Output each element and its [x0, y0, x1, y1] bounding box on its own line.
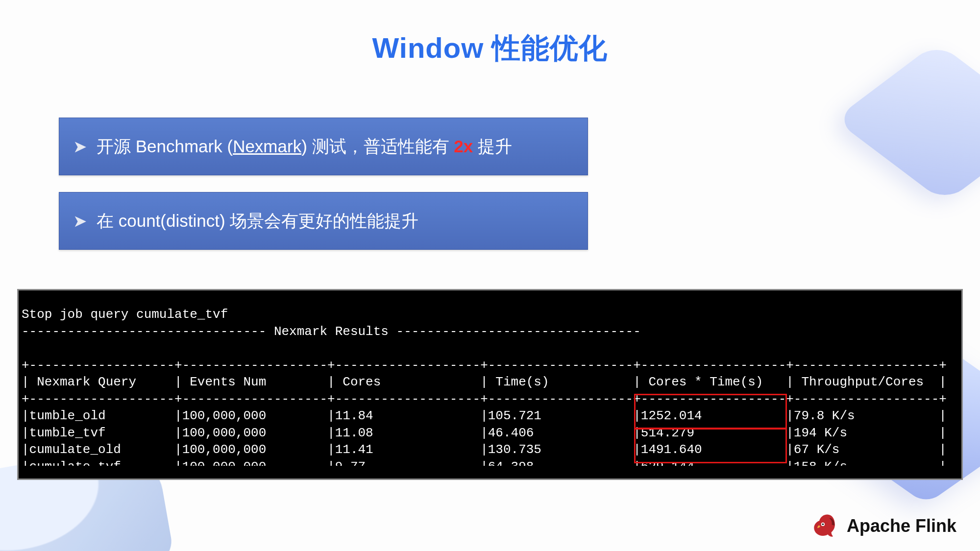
bullet-2-text: 在 count(distinct) 场景会有更好的性能提升: [97, 210, 418, 233]
flink-squirrel-icon: [810, 512, 839, 540]
bullet-benchmark: ➤ 开源 Benchmark (Nexmark) 测试，普适性能有 2x 提升: [59, 118, 588, 175]
bullet-count-distinct: ➤ 在 count(distinct) 场景会有更好的性能提升: [59, 192, 588, 250]
terminal-panel: Stop job query cumulate_tvf ------------…: [17, 289, 963, 480]
bullet-1-post: 提升: [473, 137, 512, 156]
bullet-1-pre: 开源 Benchmark (: [97, 137, 233, 156]
bullet-arrow-icon: ➤: [73, 211, 87, 231]
footer-brand: Apache Flink: [810, 512, 956, 540]
bullet-arrow-icon: ➤: [73, 137, 87, 156]
bullet-1-highlight: 2x: [454, 137, 473, 156]
nexmark-link[interactable]: Nexmark: [233, 137, 301, 156]
terminal-output: Stop job query cumulate_tvf ------------…: [19, 303, 961, 466]
svg-point-1: [822, 524, 824, 526]
bullet-benchmark-text: 开源 Benchmark (Nexmark) 测试，普适性能有 2x 提升: [97, 135, 512, 158]
bullet-1-mid: ) 测试，普适性能有: [301, 137, 454, 156]
footer-brand-label: Apache Flink: [847, 516, 956, 536]
slide-title: Window 性能优化: [0, 29, 980, 68]
